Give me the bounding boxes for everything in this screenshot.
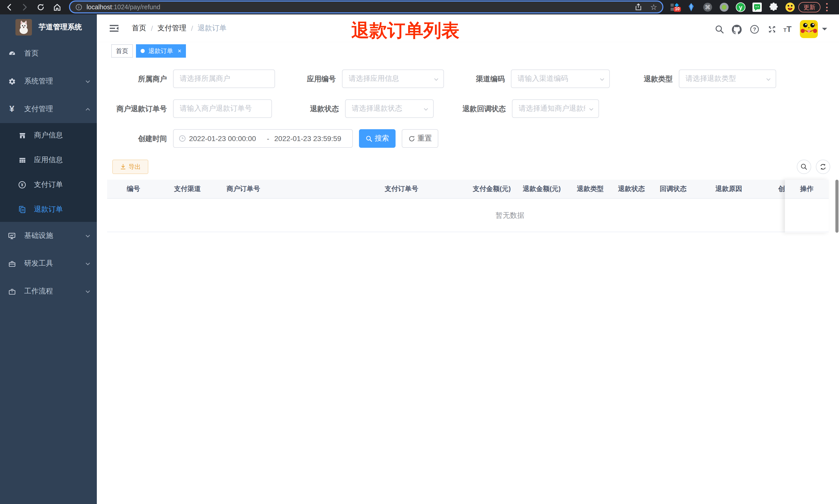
col-channel: 支付渠道 [174, 180, 201, 198]
refund-status-label: 退款状态 [263, 100, 345, 118]
col-id: 编号 [127, 180, 140, 198]
main-area: 首页 / 支付管理 / 退款订单 退款订单列表 ? TT 首页 退款订单 × [97, 14, 839, 504]
hamburger-icon[interactable] [110, 24, 119, 32]
tabs-bar: 首页 退款订单 × [97, 42, 839, 60]
search-icon[interactable] [715, 25, 724, 34]
end-date-value[interactable]: 2022-01-23 23:59:59 [274, 134, 347, 143]
refund-status-select[interactable]: 请选择退款状态 [345, 100, 434, 118]
tab-home[interactable]: 首页 [111, 44, 133, 58]
sidebar-item-system[interactable]: 系统管理 [0, 68, 97, 95]
gear-icon [6, 77, 18, 85]
sidebar-item-refund-order[interactable]: 退款订单 [0, 197, 97, 222]
monitor-icon [6, 232, 18, 240]
refund-table: 编号 支付渠道 商户订单号 支付订单号 支付金额(元) 退款金额(元) 退款类型… [107, 180, 829, 233]
yen-icon: ¥ [6, 104, 18, 114]
refresh-table-button[interactable] [816, 160, 830, 174]
content: 所属商户 请选择所属商户 应用编号 请选择应用信息 渠道编码 请输入渠道编码 退… [97, 59, 839, 504]
col-pay-amount: 支付金额(元) [473, 180, 511, 198]
breadcrumb-current: 退款订单 [198, 24, 227, 33]
bookmark-star-icon[interactable]: ☆ [650, 3, 657, 11]
close-icon[interactable]: × [178, 48, 181, 54]
address-bar[interactable]: localhost:1024/pay/refund ☆ [69, 1, 663, 13]
clock-icon [179, 135, 186, 142]
col-pay-order-no: 支付订单号 [385, 180, 418, 198]
extension-icon-puzzle[interactable] [768, 2, 779, 12]
chevron-down-icon [85, 79, 91, 85]
sidebar-item-app-info[interactable]: 应用信息 [0, 148, 97, 173]
start-date-value[interactable]: 2022-01-23 00:00:00 [189, 134, 262, 143]
browser-forward-icon[interactable] [21, 3, 29, 11]
sidebar-item-infra[interactable]: 基础设施 [0, 222, 97, 250]
refund-type-select[interactable]: 请选择退款类型 [679, 70, 776, 88]
browser-back-icon[interactable] [5, 3, 13, 11]
chevron-down-icon [588, 106, 594, 112]
col-action: 操作 [785, 180, 829, 199]
search-button[interactable]: 搜索 [359, 129, 395, 148]
browser-menu-icon[interactable] [826, 3, 828, 11]
col-refund-reason: 退款原因 [715, 180, 742, 198]
create-time-range-picker[interactable]: 2022-01-23 00:00:00 - 2022-01-23 23:59:5… [173, 129, 353, 148]
breadcrumb-section[interactable]: 支付管理 [158, 24, 186, 33]
github-icon[interactable] [732, 25, 742, 35]
chevron-up-icon [85, 107, 91, 112]
sidebar-logo[interactable]: 芋道管理系统 [0, 14, 97, 40]
scrollbar-thumb[interactable] [835, 180, 838, 233]
svg-text:?: ? [753, 26, 756, 32]
extension-icon-chat[interactable] [752, 2, 762, 12]
refresh-icon [408, 135, 415, 142]
navbar: 首页 / 支付管理 / 退款订单 退款订单列表 ? TT [97, 14, 839, 42]
download-icon [120, 164, 126, 170]
chevron-down-icon [423, 106, 429, 112]
grid-icon [17, 156, 28, 164]
svg-text:y: y [739, 4, 743, 11]
sidebar-item-pay-order[interactable]: ¥ 支付订单 [0, 173, 97, 197]
col-refund-amount: 退款金额(元) [523, 180, 560, 198]
col-merchant-order-no: 商户订单号 [227, 180, 260, 198]
browser-reload-icon[interactable] [37, 3, 45, 11]
extension-icon-command[interactable]: ⌘ [702, 2, 713, 12]
channel-label: 渠道编码 [429, 70, 511, 88]
sidebar-item-pay[interactable]: ¥ 支付管理 [0, 95, 97, 123]
browser-home-icon[interactable] [53, 3, 61, 11]
chevron-down-icon [85, 233, 91, 239]
avatar[interactable] [800, 20, 818, 38]
toolbox-icon [6, 260, 18, 267]
toggle-search-button[interactable] [797, 160, 811, 174]
help-icon[interactable]: ? [750, 25, 759, 34]
browser-chrome: localhost:1024/pay/refund ☆ 10 ⌘ y 更新 [0, 0, 839, 14]
share-icon[interactable] [634, 3, 642, 11]
merchant-refund-no-input[interactable]: 请输入商户退款订单号 [173, 100, 272, 118]
date-range-separator: - [262, 134, 274, 143]
store-icon [17, 131, 28, 139]
font-size-icon[interactable]: TT [783, 25, 797, 34]
extension-icon-emoji[interactable] [785, 2, 795, 12]
url-text: localhost:1024/pay/refund [87, 3, 160, 11]
caret-down-icon[interactable] [822, 28, 827, 33]
sidebar-item-home[interactable]: 首页 [0, 40, 97, 68]
app-title: 芋道管理系统 [39, 22, 82, 32]
reset-button[interactable]: 重置 [402, 129, 438, 148]
extension-icon-recorder[interactable] [719, 2, 729, 12]
merchant-label: 所属商户 [91, 70, 173, 88]
create-time-label: 创建时间 [91, 129, 173, 148]
extension-icon-tabs[interactable]: 10 [670, 2, 680, 12]
sidebar-item-devtools[interactable]: 研发工具 [0, 250, 97, 277]
notify-status-select[interactable]: 请选择通知商户退款结果的 [512, 100, 599, 118]
fullscreen-icon[interactable] [767, 25, 777, 34]
svg-text:⌘: ⌘ [705, 4, 711, 11]
channel-select[interactable]: 请输入渠道编码 [511, 70, 610, 88]
notify-status-label: 退款回调状态 [430, 100, 512, 118]
refund-type-label: 退款类型 [596, 70, 679, 88]
dashboard-icon [6, 50, 18, 57]
export-button[interactable]: 导出 [112, 160, 148, 174]
site-info-icon[interactable] [75, 3, 83, 11]
breadcrumb-home[interactable]: 首页 [132, 24, 146, 33]
sidebar-item-merchant-info[interactable]: 商户信息 [0, 123, 97, 148]
tab-refund-order[interactable]: 退款订单 × [136, 44, 186, 58]
chevron-down-icon [85, 261, 91, 267]
browser-update-button[interactable]: 更新 [798, 2, 820, 12]
sidebar-item-workflow[interactable]: 工作流程 [0, 277, 97, 305]
extension-icon-gem[interactable] [686, 2, 696, 12]
extension-icon-y[interactable]: y [735, 2, 746, 12]
app-label: 应用编号 [260, 70, 342, 88]
